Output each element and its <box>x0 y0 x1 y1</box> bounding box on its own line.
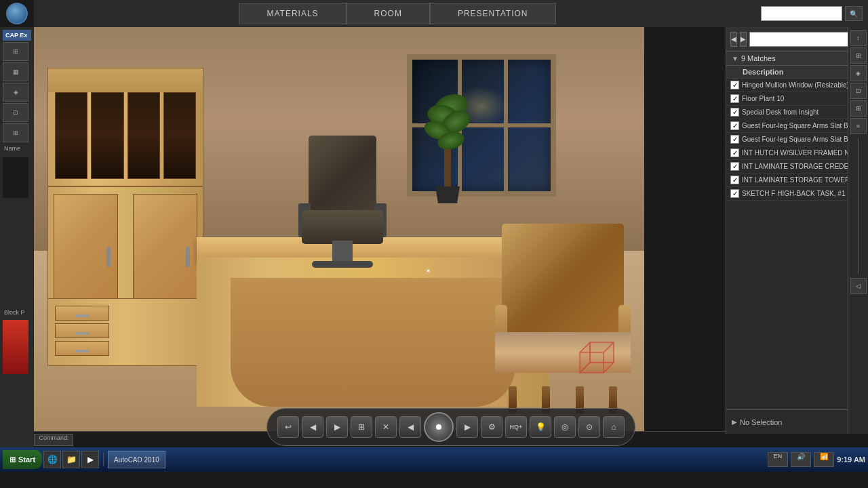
wireframe-svg <box>570 339 624 393</box>
item-text-6: INT HUTCH W/SILVER FRAMED NON-I <box>742 149 864 157</box>
x-button[interactable]: ✕ <box>375 416 397 438</box>
checkbox-7[interactable] <box>730 162 739 171</box>
matches-list: Description Hinged Mullion Window (Resiz… <box>726 66 868 201</box>
light-button[interactable]: 💡 <box>530 416 551 438</box>
top-right-area: 🔍 <box>761 6 868 21</box>
frp-btn-3[interactable]: ◈ <box>850 65 867 81</box>
checkbox-5[interactable] <box>730 135 739 144</box>
item-text-7: INT LAMINATE STORAGE CREDENZA : <box>742 163 864 170</box>
start-label: Start <box>18 455 35 464</box>
hutch-comp-4 <box>163 92 196 179</box>
checkbox-6[interactable] <box>730 148 739 157</box>
list-item-5[interactable]: Guest Four-leg Square Arms Slat Back <box>726 133 868 146</box>
sidebar-btn-1[interactable]: ⊞ <box>3 42 28 61</box>
list-item-7[interactable]: INT LAMINATE STORAGE CREDENZA : <box>726 160 868 174</box>
settings-button[interactable]: ⚙ <box>481 416 502 438</box>
taskbar-icon-folder[interactable]: 📁 <box>62 451 80 468</box>
list-item-6[interactable]: INT HUTCH W/SILVER FRAMED NON-I <box>726 146 868 160</box>
list-item-8[interactable]: INT LAMINATE STORAGE TOWER, 6/6/ <box>726 174 868 187</box>
network-icon[interactable]: 📶 <box>814 452 834 467</box>
right-panel: ◀ ▶ 🔍 ▼ 9 Matches Description Hinged Mul… <box>726 27 868 434</box>
top-tabs: MATERIALS ROOM PRESENTATION <box>34 3 761 24</box>
sidebar-btn-2[interactable]: ▦ <box>3 62 28 81</box>
checkbox-1[interactable] <box>730 81 739 89</box>
cabinet-handle-left <box>106 247 111 267</box>
list-item-3[interactable]: Special Desk from Insight <box>726 106 868 119</box>
frp-btn-2[interactable]: ⊞ <box>850 47 867 64</box>
taskbar-icon-ie[interactable]: 🌐 <box>43 451 61 468</box>
toolbar-container: ↩ ◀ ▶ ⊞ ✕ ◀ ▶ ⚙ HQ+ 💡 ◎ ⊙ ⌂ <box>267 408 635 446</box>
drawer-1 <box>55 306 109 321</box>
frp-btn-5[interactable]: ⊞ <box>850 100 867 117</box>
frp-btn-1[interactable]: ↕ <box>850 30 867 46</box>
tab-materials[interactable]: MATERIALS <box>239 3 346 24</box>
hutch-upper <box>47 68 203 186</box>
list-item-2[interactable]: Floor Plant 10 <box>726 92 868 106</box>
tab-room[interactable]: ROOM <box>347 3 430 24</box>
block-label: Block P <box>3 308 31 374</box>
list-item-9[interactable]: SKETCH F HIGH-BACK TASK, #1 MECH <box>726 187 868 201</box>
hq-label: HQ+ <box>510 424 523 430</box>
checkbox-3[interactable] <box>730 108 739 117</box>
volume-icon[interactable]: 🔊 <box>791 452 811 467</box>
block-preview <box>3 320 28 374</box>
left-sidebar: CAP Ex ⊞ ▦ ◈ ⊡ ⊞ Name Block P <box>0 27 34 461</box>
item-text-9: SKETCH F HIGH-BACK TASK, #1 MECH <box>742 190 864 197</box>
description-header: Description <box>726 66 868 79</box>
tab-presentation[interactable]: PRESENTATION <box>430 3 556 24</box>
home-button[interactable]: ⌂ <box>603 416 625 438</box>
sidebar-btn-5[interactable]: ⊞ <box>3 123 28 142</box>
rp-back-button[interactable]: ◀ <box>730 32 737 47</box>
far-right-panel: ↕ ⊞ ◈ ⊡ ⊞ ≡ ◁ <box>848 27 868 434</box>
taskbar-icon-media[interactable]: ▶ <box>81 451 99 468</box>
language-indicator[interactable]: EN <box>768 452 789 467</box>
chair-base <box>312 261 373 268</box>
hutch-compartments <box>55 92 196 179</box>
nav-right[interactable]: ▶ <box>456 416 478 438</box>
item-text-2: Floor Plant 10 <box>742 95 864 102</box>
list-item-4[interactable]: Guest Four-leg Square Arms Slat Back <box>726 119 868 133</box>
scene-background <box>34 27 644 434</box>
nav-left[interactable]: ◀ <box>399 416 421 438</box>
forward-button[interactable]: ▶ <box>326 416 348 438</box>
hutch-comp-2 <box>91 92 123 179</box>
back-button[interactable]: ◀ <box>302 416 323 438</box>
sidebar-btn-4[interactable]: ⊡ <box>3 103 28 122</box>
search-button[interactable]: 🔍 <box>845 6 863 21</box>
undo-button[interactable]: ↩ <box>277 416 299 438</box>
box-view-button[interactable]: ⊞ <box>351 416 372 438</box>
frp-btn-6[interactable]: ≡ <box>850 118 867 134</box>
frp-btn-4[interactable]: ⊡ <box>850 83 867 99</box>
drawer-handle-1 <box>75 314 89 317</box>
item-text-8: INT LAMINATE STORAGE TOWER, 6/6/ <box>742 176 864 184</box>
armchair-back <box>502 224 624 346</box>
list-item-1[interactable]: Hinged Mullion Window (Resizable) <box>726 79 868 92</box>
hq-button[interactable]: HQ+ <box>505 416 527 438</box>
hutch-comp-3 <box>127 92 160 179</box>
start-button[interactable]: ⊞ Start <box>3 450 42 469</box>
checkbox-4[interactable] <box>730 121 739 130</box>
taskbar-autocad-window[interactable]: AutoCAD 2010 <box>108 451 165 468</box>
frp-btn-7[interactable]: ◁ <box>850 278 867 294</box>
center-dot <box>436 424 441 430</box>
chair-seat <box>302 210 383 244</box>
camera-button[interactable]: ⊙ <box>578 416 600 438</box>
glasses-button[interactable]: ◎ <box>554 416 576 438</box>
search-input[interactable] <box>761 6 842 21</box>
taskbar-right-area: EN 🔊 📶 9:19 AM <box>768 452 865 467</box>
plant-pot <box>434 186 461 203</box>
matches-expand-icon[interactable]: ▼ <box>732 55 738 62</box>
sidebar-btn-3[interactable]: ◈ <box>3 83 28 102</box>
checkbox-2[interactable] <box>730 94 739 103</box>
autocad-window-label: AutoCAD 2010 <box>114 456 159 464</box>
3d-viewport[interactable] <box>34 27 644 434</box>
item-text-3: Special Desk from Insight <box>742 108 864 116</box>
checkbox-8[interactable] <box>730 176 739 184</box>
center-nav-button[interactable] <box>424 412 454 442</box>
hutch-top-shelf <box>48 68 203 92</box>
checkbox-9[interactable] <box>730 189 739 198</box>
cursor-indicator <box>427 270 429 272</box>
drawer-handle-2 <box>75 332 89 335</box>
rp-forward-button[interactable]: ▶ <box>740 32 747 47</box>
app-logo <box>0 0 34 27</box>
